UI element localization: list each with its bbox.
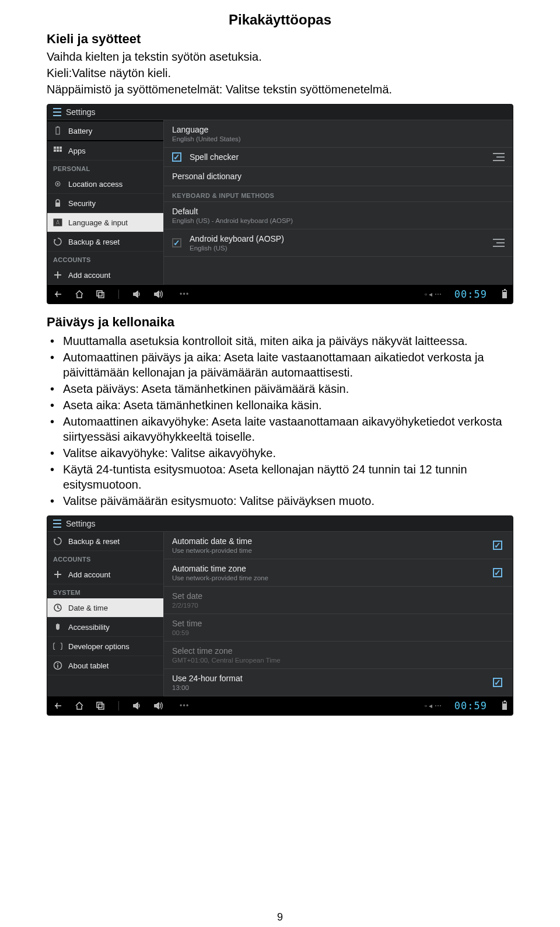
sidebar-item-language-input[interactable]: A Language & input — [47, 213, 163, 232]
row-cutoff — [164, 257, 513, 260]
row-sub: Use network-provided time zone — [172, 574, 487, 581]
svg-rect-6 — [57, 149, 59, 152]
row-header-keyboard: KEYBOARD & INPUT METHODS — [164, 186, 513, 202]
sidebar-item-date-time[interactable]: Date & time — [47, 598, 163, 618]
svg-rect-1 — [57, 127, 59, 128]
status-icons: ▫ ◂ ⋯ — [425, 290, 442, 298]
overflow-dots-icon[interactable]: • • • — [180, 702, 188, 710]
row-auto-date-time[interactable]: Automatic date & time Use network-provid… — [164, 532, 513, 559]
sidebar-header-personal: PERSONAL — [47, 161, 163, 175]
volume-up-icon[interactable] — [153, 701, 163, 711]
bullet-item: Aseta aika: Aseta tämänhetkinen kellonai… — [63, 398, 513, 413]
checkbox-spell-checker[interactable] — [172, 152, 181, 162]
sidebar-item-label: Battery — [68, 127, 92, 135]
checkbox-auto-time-zone[interactable] — [493, 568, 502, 577]
sidebar-item-backup-reset[interactable]: Backup & reset — [47, 232, 163, 252]
row-language[interactable]: Language English (United States) — [164, 120, 513, 148]
sidebar-item-label: Security — [68, 199, 96, 208]
sidebar-header-system: SYSTEM — [47, 584, 163, 598]
checkbox-24-hour[interactable] — [493, 678, 502, 687]
sidebar-item-label: Date & time — [68, 604, 108, 612]
sidebar-item-location[interactable]: Location access — [47, 175, 163, 194]
checkbox-auto-date-time[interactable] — [493, 541, 502, 550]
row-sub: Use network-provided time — [172, 547, 487, 554]
volume-down-icon[interactable] — [132, 701, 142, 711]
main-pane: Language English (United States) Spell c… — [164, 120, 513, 285]
back-icon[interactable] — [53, 701, 64, 711]
language-a-icon: A — [53, 218, 62, 227]
svg-text:A: A — [55, 219, 60, 226]
checkbox-android-keyboard — [172, 238, 181, 248]
row-sub: 13:00 — [172, 684, 487, 691]
sidebar-item-label: Accessibility — [68, 623, 110, 632]
back-icon[interactable] — [53, 289, 64, 299]
sidebar-item-backup-reset[interactable]: Backup & reset — [47, 532, 163, 551]
status-clock: 00:59 — [454, 700, 487, 712]
recent-apps-icon[interactable] — [95, 289, 106, 299]
sidebar-header-accounts: ACCOUNTS — [47, 252, 163, 266]
row-use-24-hour[interactable]: Use 24-hour format 13:00 — [164, 669, 513, 696]
row-title: Set date — [172, 591, 505, 601]
row-title: Set time — [172, 619, 505, 628]
settings-icon — [53, 520, 61, 528]
system-navbar: • • • ▫ ◂ ⋯ 00:59 — [47, 696, 513, 715]
bullet-item: Muuttamalla asetuksia kontrolloit sitä, … — [63, 333, 513, 349]
row-sub: 00:59 — [172, 629, 505, 636]
volume-up-icon[interactable] — [153, 289, 163, 299]
row-personal-dictionary[interactable]: Personal dictionary — [164, 167, 513, 186]
home-icon[interactable] — [74, 701, 85, 711]
body-text: Näppäimistö ja syöttömenetelmät: Valitse… — [47, 82, 513, 97]
backup-icon — [53, 536, 62, 546]
svg-rect-15 — [99, 292, 104, 298]
sidebar-item-label: About tablet — [68, 661, 108, 670]
recent-apps-icon[interactable] — [95, 701, 106, 711]
row-spell-checker[interactable]: Spell checker — [164, 148, 513, 167]
sidebar-item-label: Location access — [68, 180, 123, 189]
row-title: Personal dictionary — [172, 172, 505, 181]
row-sub: English (US) - Android keyboard (AOSP) — [172, 217, 505, 224]
sidebar-item-label: Apps — [68, 147, 86, 155]
svg-point-20 — [57, 663, 58, 664]
volume-down-icon[interactable] — [132, 289, 142, 299]
settings-sliders-icon[interactable] — [492, 239, 505, 247]
status-icons: ▫ ◂ ⋯ — [425, 702, 442, 710]
apps-icon — [53, 146, 62, 155]
sidebar-item-apps[interactable]: Apps — [47, 141, 163, 161]
svg-rect-4 — [60, 147, 62, 149]
screenshot-date-time: Settings Backup & reset ACCOUNTS Add acc… — [47, 515, 513, 716]
plus-icon — [53, 570, 62, 579]
home-icon[interactable] — [74, 289, 85, 299]
plus-icon — [53, 270, 62, 280]
row-android-keyboard[interactable]: Android keyboard (AOSP) English (US) — [164, 229, 513, 257]
page-number: 9 — [0, 911, 560, 923]
location-icon — [53, 179, 62, 189]
sidebar-item-accessibility[interactable]: Accessibility — [47, 618, 163, 637]
row-sub: 2/2/1970 — [172, 602, 505, 609]
row-sub: GMT+01:00, Central European Time — [172, 657, 505, 664]
sidebar-item-add-account[interactable]: Add account — [47, 266, 163, 285]
sidebar-item-add-account[interactable]: Add account — [47, 565, 163, 584]
sidebar-item-about-tablet[interactable]: About tablet — [47, 656, 163, 675]
svg-rect-14 — [97, 291, 102, 296]
status-clock: 00:59 — [454, 288, 487, 300]
sidebar-item-label: Backup & reset — [68, 537, 120, 546]
svg-rect-7 — [60, 149, 62, 152]
hand-icon — [53, 622, 62, 632]
settings-sliders-icon[interactable] — [492, 153, 505, 161]
overflow-dots-icon[interactable]: • • • — [180, 290, 188, 298]
row-title: Use 24-hour format — [172, 674, 487, 683]
sidebar-item-security[interactable]: Security — [47, 194, 163, 213]
row-auto-time-zone[interactable]: Automatic time zone Use network-provided… — [164, 559, 513, 587]
svg-rect-10 — [55, 203, 60, 207]
sidebar-item-developer[interactable]: { } Developer options — [47, 637, 163, 656]
row-set-time: Set time 00:59 — [164, 614, 513, 642]
sidebar-header-accounts: ACCOUNTS — [47, 551, 163, 565]
row-title: Android keyboard (AOSP) — [190, 234, 481, 243]
sidebar-item-label: Backup & reset — [68, 238, 120, 246]
row-default-keyboard[interactable]: Default English (US) - Android keyboard … — [164, 202, 513, 229]
section-heading-lang-input: Kieli ja syötteet — [47, 32, 513, 47]
lock-icon — [53, 198, 62, 208]
sidebar-item-label: Add account — [68, 271, 110, 280]
sidebar-item-battery[interactable]: Battery — [47, 120, 163, 141]
bullet-item: Automaattinen päiväys ja aika: Aseta lai… — [63, 350, 513, 380]
